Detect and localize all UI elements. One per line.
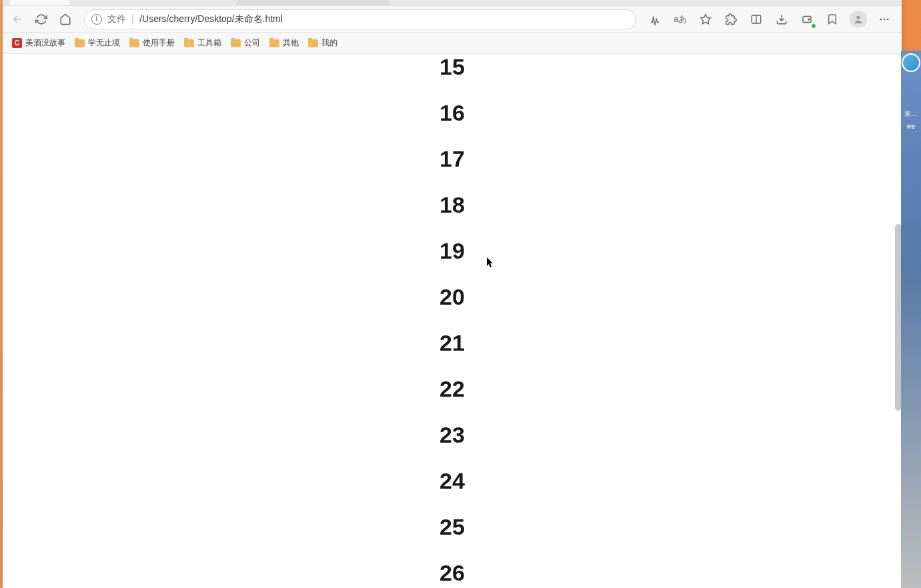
split-screen-icon[interactable] <box>748 11 764 27</box>
bookmark-item-1[interactable]: 学无止境 <box>75 37 120 49</box>
address-bar[interactable]: i 文件 | /Users/cherry/Desktop/未命名.html <box>84 9 636 29</box>
number-list: 15 16 17 18 19 20 21 22 23 24 25 26 <box>3 54 902 588</box>
folder-icon <box>129 39 139 47</box>
bookmark-label: 美酒没故事 <box>25 37 65 49</box>
favorite-icon[interactable] <box>698 11 714 27</box>
svg-point-7 <box>887 18 889 20</box>
folder-icon <box>184 39 194 47</box>
svg-point-3 <box>808 18 810 19</box>
address-prefix: 文件 <box>107 13 126 25</box>
bookmark-item-2[interactable]: 使用手册 <box>129 37 175 49</box>
number-item: 21 <box>439 330 465 356</box>
number-item: 17 <box>439 146 465 172</box>
folder-icon <box>308 39 318 47</box>
number-item: 20 <box>439 284 465 310</box>
bookmark-item-0[interactable]: C 美酒没故事 <box>12 37 65 49</box>
svg-point-4 <box>856 15 860 19</box>
wallet-icon[interactable] <box>799 11 815 27</box>
tab-strip <box>3 0 902 6</box>
sidebar-label-top: 末… <box>904 109 918 119</box>
bookmarks-bar: C 美酒没故事 学无止境 使用手册 工具箱 公司 其他 我的 <box>3 33 902 54</box>
bookmark-label: 公司 <box>244 37 260 49</box>
folder-icon <box>75 39 85 47</box>
sidebar-label-mid: we <box>907 123 916 130</box>
number-item: 18 <box>439 192 465 218</box>
number-item: 22 <box>439 376 465 402</box>
number-item: 24 <box>439 468 465 494</box>
collections-icon[interactable] <box>824 11 840 27</box>
bookmark-item-3[interactable]: 工具箱 <box>184 37 221 49</box>
c-icon: C <box>12 38 22 48</box>
bookmark-label: 其他 <box>283 37 299 49</box>
browser-window: i 文件 | /Users/cherry/Desktop/未命名.html aあ <box>3 0 902 588</box>
sidebar-app-icon[interactable] <box>902 53 920 72</box>
bookmark-label: 工具箱 <box>197 37 221 49</box>
downloads-icon[interactable] <box>774 11 790 27</box>
number-item: 26 <box>439 560 465 586</box>
read-aloud-icon[interactable] <box>647 11 663 27</box>
page-content[interactable]: 15 16 17 18 19 20 21 22 23 24 25 26 <box>3 54 902 588</box>
bookmark-item-4[interactable]: 公司 <box>231 37 260 49</box>
translate-icon[interactable]: aあ <box>672 11 688 27</box>
tab-inactive[interactable] <box>236 0 389 5</box>
edge-sidebar[interactable]: 末… we <box>901 51 921 588</box>
number-item: 15 <box>439 54 465 80</box>
folder-icon <box>269 39 279 47</box>
bookmark-label: 使用手册 <box>143 37 175 49</box>
refresh-button[interactable] <box>33 11 49 27</box>
tab-active[interactable] <box>9 0 69 5</box>
address-divider: | <box>131 13 134 25</box>
site-info-icon[interactable]: i <box>91 14 102 25</box>
address-path: /Users/cherry/Desktop/未命名.html <box>139 13 283 25</box>
folder-icon <box>231 39 241 47</box>
svg-point-5 <box>880 18 882 20</box>
number-item: 25 <box>439 514 465 540</box>
number-item: 19 <box>439 238 465 264</box>
bookmark-item-5[interactable]: 其他 <box>269 37 299 49</box>
bookmark-item-6[interactable]: 我的 <box>308 37 337 49</box>
number-item: 16 <box>439 100 465 126</box>
svg-point-6 <box>884 18 886 20</box>
svg-marker-0 <box>701 14 711 23</box>
nav-buttons <box>9 11 73 27</box>
more-menu-icon[interactable] <box>876 11 892 27</box>
extensions-icon[interactable] <box>723 11 739 27</box>
back-button[interactable] <box>9 11 25 27</box>
browser-toolbar: i 文件 | /Users/cherry/Desktop/未命名.html aあ <box>3 6 902 33</box>
toolbar-right-icons: aあ <box>647 11 895 28</box>
number-item: 23 <box>439 422 465 448</box>
profile-avatar[interactable] <box>850 11 867 28</box>
bookmark-label: 我的 <box>321 37 337 49</box>
bookmark-label: 学无止境 <box>88 37 120 49</box>
home-button[interactable] <box>57 11 73 27</box>
